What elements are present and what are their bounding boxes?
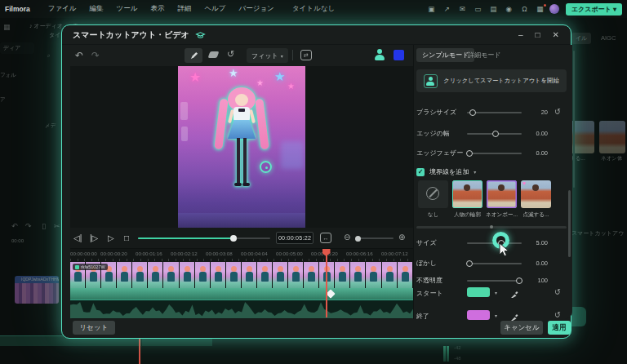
zoom-in-icon[interactable]: ⊕ bbox=[398, 233, 405, 242]
next-frame-button[interactable]: |▷ bbox=[90, 233, 98, 243]
gift-icon[interactable]: ▣ bbox=[425, 4, 438, 15]
background-color-swatch[interactable] bbox=[394, 50, 404, 60]
style-option-blink[interactable]: ♥ bbox=[521, 180, 551, 208]
compare-view-button[interactable]: ⇄ bbox=[300, 50, 312, 60]
support-icon[interactable]: Ω bbox=[518, 4, 531, 15]
menu-item[interactable]: ヘルプ bbox=[198, 4, 232, 14]
menubar: Filmora ファイル編集ツール表示詳細ヘルプバージョン タイトルなし ▣↗✉… bbox=[0, 0, 627, 18]
fit-to-window-button[interactable]: ↔ bbox=[320, 233, 331, 243]
playback-handle[interactable] bbox=[230, 235, 237, 242]
tab-simple-mode[interactable]: シンプルモード bbox=[416, 48, 474, 62]
add-border-checkbox[interactable]: ✓ bbox=[416, 168, 425, 176]
menu-item[interactable]: ファイル bbox=[42, 4, 83, 14]
clip-color-band[interactable] bbox=[70, 288, 413, 300]
menu-item[interactable]: 表示 bbox=[144, 4, 171, 14]
ruler-tick: 00:00:05:00 bbox=[276, 251, 303, 256]
panel-scrollbar[interactable] bbox=[568, 190, 571, 257]
bg-playhead bbox=[139, 337, 140, 364]
tab-detail-mode[interactable]: 詳細モード bbox=[468, 51, 500, 60]
maximize-button[interactable]: □ bbox=[536, 31, 540, 39]
zoom-out-icon[interactable]: ⊖ bbox=[344, 233, 350, 242]
bg-media-chip: ディア bbox=[0, 42, 34, 54]
zoom-slider[interactable] bbox=[356, 237, 394, 239]
style-option-outline[interactable] bbox=[452, 180, 482, 208]
floor bbox=[178, 213, 305, 228]
color-swatch[interactable] bbox=[467, 287, 490, 297]
avatar[interactable] bbox=[549, 4, 559, 14]
tutorial-icon[interactable] bbox=[195, 31, 206, 39]
zoom-handle[interactable] bbox=[355, 236, 361, 242]
preview-canvas[interactable]: ★ ★ ★ ★ ★ bbox=[70, 66, 413, 228]
close-button[interactable]: ✕ bbox=[553, 31, 559, 39]
timeline-filmstrip[interactable] bbox=[70, 262, 413, 288]
reset-button[interactable]: リセット bbox=[73, 321, 115, 335]
undo-icon[interactable]: ↶ bbox=[75, 51, 83, 60]
filmstrip-frame bbox=[366, 262, 381, 288]
eyedropper-icon[interactable] bbox=[510, 287, 518, 302]
bg-item-label: ア bbox=[0, 96, 6, 104]
color-reset-icon[interactable]: ↺ bbox=[554, 287, 561, 296]
save-icon[interactable]: ▤ bbox=[487, 4, 500, 15]
slider-slider[interactable] bbox=[467, 153, 522, 154]
filmstrip-frame bbox=[319, 262, 335, 288]
slider-row: エッジの幅0.00 bbox=[414, 127, 573, 138]
filmstrip-frame bbox=[211, 262, 226, 288]
minimize-button[interactable]: – bbox=[518, 31, 523, 39]
feedback-icon[interactable]: ✉ bbox=[456, 4, 469, 15]
filmstrip-frame bbox=[335, 262, 350, 288]
play-button[interactable]: ▷ bbox=[108, 233, 114, 243]
slider-handle[interactable] bbox=[469, 109, 476, 116]
display-icon[interactable]: ▭ bbox=[472, 4, 484, 15]
smart-cutout-dialog: スマートカットアウト・ビデオ – □ ✕ ↶ ↷ ↺ フィット ▾ bbox=[61, 24, 571, 339]
timeline-ruler[interactable]: 00:00:00:0000:00:00:2000:00:01:1600:00:0… bbox=[70, 249, 413, 262]
menu-item[interactable]: バージョン bbox=[233, 4, 281, 14]
menu-item[interactable]: 編集 bbox=[83, 4, 110, 14]
slider-value: 20 bbox=[520, 109, 548, 116]
style-slider-slider[interactable] bbox=[467, 280, 522, 282]
export-button[interactable]: エクスポート ▾ bbox=[566, 3, 622, 16]
style-option-none[interactable] bbox=[418, 180, 448, 208]
slider-handle[interactable] bbox=[492, 131, 499, 137]
zoom-fit-dropdown[interactable]: フィット ▾ bbox=[247, 48, 288, 63]
style-slider-slider[interactable] bbox=[467, 263, 522, 264]
share-icon[interactable]: ↗ bbox=[441, 4, 453, 15]
color-reset-icon[interactable]: ↺ bbox=[554, 310, 561, 319]
filmstrip-frame bbox=[288, 262, 304, 288]
previous-frame-button[interactable]: ◁| bbox=[73, 233, 82, 243]
slider-handle[interactable] bbox=[466, 150, 473, 157]
apps-icon[interactable]: ▦ bbox=[534, 4, 546, 15]
color-swatch[interactable] bbox=[467, 310, 490, 320]
eraser-tool-button[interactable] bbox=[208, 51, 220, 58]
slider-slider[interactable] bbox=[467, 133, 522, 135]
style-slider-handle[interactable] bbox=[466, 260, 473, 267]
meter-label: -48 bbox=[454, 356, 461, 361]
record-icon[interactable]: ◉ bbox=[503, 4, 515, 15]
redo-icon[interactable]: ↷ bbox=[91, 51, 100, 60]
reset-view-icon[interactable]: ↺ bbox=[227, 49, 234, 60]
style-list-scrollbar[interactable] bbox=[416, 226, 567, 229]
bg-scrollbar bbox=[573, 51, 575, 188]
filmstrip-frame bbox=[148, 262, 163, 288]
stop-button[interactable]: □ bbox=[124, 233, 129, 243]
cancel-button[interactable]: キャンセル bbox=[500, 321, 543, 335]
slider-slider[interactable] bbox=[467, 112, 522, 113]
subject-mask-button[interactable] bbox=[374, 49, 385, 61]
chevron-down-icon[interactable]: ▾ bbox=[495, 313, 497, 318]
menu-item[interactable]: ツール bbox=[110, 4, 145, 14]
playhead[interactable] bbox=[326, 249, 327, 317]
audio-waveform[interactable] bbox=[70, 300, 413, 317]
chevron-down-icon[interactable]: ▾ bbox=[495, 290, 497, 295]
chevron-down-icon[interactable]: ▾ bbox=[474, 169, 476, 175]
start-button-label: クリックしてスマートカットアウトを開始 bbox=[443, 77, 558, 85]
playback-slider[interactable] bbox=[138, 237, 270, 239]
apply-button[interactable]: 適用 bbox=[548, 321, 571, 335]
menu-item[interactable]: 詳細 bbox=[171, 4, 198, 14]
menubar-icons: ▣↗✉▭▤◉Ω▦ bbox=[425, 4, 546, 15]
start-smart-cutout-button[interactable]: クリックしてスマートカットアウトを開始 bbox=[416, 69, 567, 92]
brush-tool-button[interactable] bbox=[185, 48, 202, 63]
neon-star: ★ bbox=[256, 79, 264, 87]
style-option-neon[interactable] bbox=[487, 180, 517, 208]
filmstrip-frame bbox=[132, 262, 148, 288]
app-logo[interactable]: Filmora bbox=[5, 5, 30, 13]
slider-reset-icon[interactable]: ↺ bbox=[554, 107, 561, 116]
